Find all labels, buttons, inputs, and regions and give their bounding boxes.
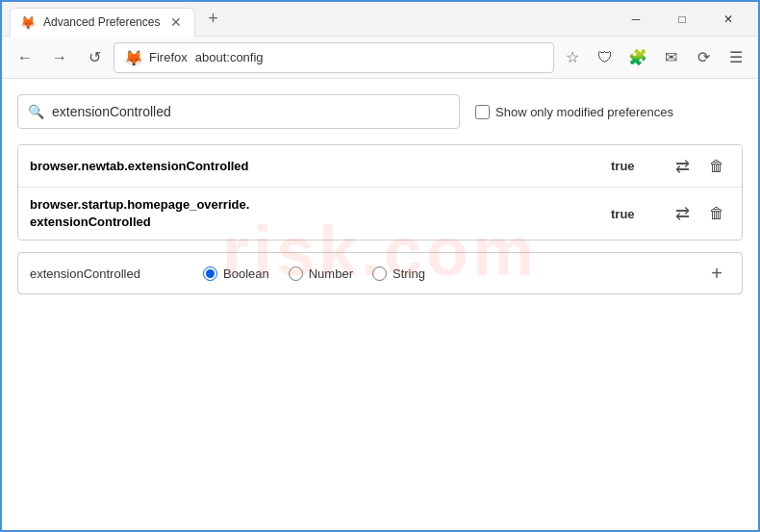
close-button[interactable]: ✕ xyxy=(706,5,750,34)
shield-icon[interactable]: 🛡 xyxy=(591,43,620,72)
delete-button-2[interactable]: 🗑 xyxy=(703,200,730,227)
results-table: browser.newtab.extensionControlled true … xyxy=(17,144,743,241)
search-input[interactable] xyxy=(52,104,449,119)
row-actions-1: ⇄ 🗑 xyxy=(669,153,730,180)
search-input-wrapper[interactable]: 🔍 xyxy=(17,94,460,129)
maximize-button[interactable]: □ xyxy=(660,5,704,34)
add-preference-row: extensionControlled Boolean Number Strin… xyxy=(17,252,743,294)
toggle-button-2[interactable]: ⇄ xyxy=(669,200,696,227)
minimize-button[interactable]: ─ xyxy=(614,5,658,34)
radio-boolean[interactable] xyxy=(203,266,217,281)
pref-name-1: browser.newtab.extensionControlled xyxy=(30,159,611,173)
content-area: 🔍 Show only modified preferences browser… xyxy=(2,79,758,310)
show-modified-label[interactable]: Show only modified preferences xyxy=(475,105,673,119)
extension-icon[interactable]: 🧩 xyxy=(623,43,652,72)
radio-number-label[interactable]: Number xyxy=(289,266,353,281)
mail-icon[interactable]: ✉ xyxy=(656,43,685,72)
radio-string-label[interactable]: String xyxy=(372,266,425,281)
url-display: about:config xyxy=(195,50,544,64)
bookmark-icon[interactable]: ☆ xyxy=(558,43,587,72)
show-modified-checkbox[interactable] xyxy=(475,105,490,119)
toggle-button-1[interactable]: ⇄ xyxy=(669,153,696,180)
browser-tab[interactable]: 🦊 Advanced Preferences ✕ xyxy=(10,8,195,37)
window-controls: ─ □ ✕ xyxy=(614,5,750,34)
row-actions-2: ⇄ 🗑 xyxy=(669,200,730,227)
pref-name-2: browser.startup.homepage_override.extens… xyxy=(30,196,611,231)
reload-button[interactable]: ↺ xyxy=(79,42,110,73)
radio-string-text: String xyxy=(393,266,425,281)
new-pref-name: extensionControlled xyxy=(30,266,184,281)
radio-boolean-label[interactable]: Boolean xyxy=(203,266,269,281)
pref-value-1: true xyxy=(611,159,649,173)
tab-title: Advanced Preferences xyxy=(43,15,160,29)
delete-button-1[interactable]: 🗑 xyxy=(703,153,730,180)
radio-boolean-text: Boolean xyxy=(223,266,269,281)
browser-name-label: Firefox xyxy=(149,50,188,64)
tab-close-button[interactable]: ✕ xyxy=(167,13,185,31)
menu-icon[interactable]: ☰ xyxy=(722,43,750,72)
type-radio-group: Boolean Number String xyxy=(203,266,684,281)
radio-string[interactable] xyxy=(372,266,387,281)
firefox-logo-icon: 🦊 xyxy=(124,49,141,66)
address-bar[interactable]: 🦊 Firefox about:config xyxy=(114,42,554,73)
show-modified-text: Show only modified preferences xyxy=(495,105,673,119)
add-preference-button[interactable]: + xyxy=(703,260,730,287)
table-row: browser.startup.homepage_override.extens… xyxy=(18,188,742,240)
search-icon: 🔍 xyxy=(28,104,44,119)
nav-action-icons: ☆ 🛡 🧩 ✉ ⟳ ☰ xyxy=(558,43,750,72)
new-tab-button[interactable]: + xyxy=(199,6,226,33)
radio-number[interactable] xyxy=(289,266,303,281)
sync-icon[interactable]: ⟳ xyxy=(689,43,718,72)
nav-bar: ← → ↺ 🦊 Firefox about:config ☆ 🛡 🧩 ✉ ⟳ ☰ xyxy=(2,37,758,79)
pref-value-2: true xyxy=(611,207,649,221)
table-row: browser.newtab.extensionControlled true … xyxy=(18,145,742,188)
back-button[interactable]: ← xyxy=(10,42,40,73)
search-bar-row: 🔍 Show only modified preferences xyxy=(17,94,743,129)
title-bar: 🦊 Advanced Preferences ✕ + ─ □ ✕ xyxy=(2,2,758,37)
radio-number-text: Number xyxy=(309,266,353,281)
tab-favicon: 🦊 xyxy=(20,15,36,30)
forward-button[interactable]: → xyxy=(44,42,75,73)
